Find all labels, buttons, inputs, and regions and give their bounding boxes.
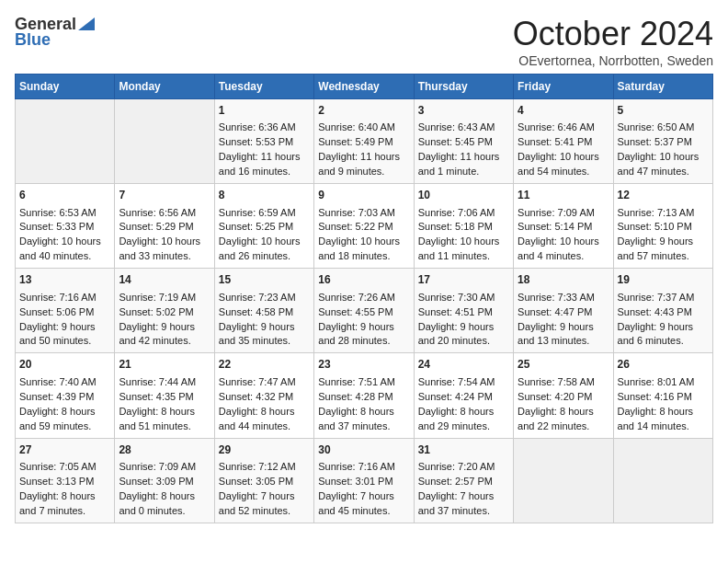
calendar-cell: 30Sunrise: 7:16 AMSunset: 3:01 PMDayligh… (314, 438, 414, 523)
calendar-week-2: 6Sunrise: 6:53 AMSunset: 5:33 PMDaylight… (16, 184, 713, 269)
day-number: 3 (418, 103, 509, 119)
cell-content-line: and 51 minutes. (119, 419, 210, 434)
cell-content-line: Sunset: 4:16 PM (618, 390, 709, 405)
cell-content-line: and 33 minutes. (119, 249, 210, 264)
cell-content-line: Sunrise: 6:43 AM (418, 121, 509, 135)
cell-content-line: Sunset: 5:49 PM (318, 135, 409, 150)
cell-content-line: Sunset: 5:29 PM (119, 220, 210, 235)
calendar-cell: 27Sunrise: 7:05 AMSunset: 3:13 PMDayligh… (16, 438, 115, 523)
day-number: 11 (518, 188, 609, 203)
day-number: 16 (318, 272, 409, 288)
cell-content-line: and 22 minutes. (518, 419, 609, 434)
cell-content-line: Daylight: 10 hours (19, 235, 110, 249)
cell-content-line: Daylight: 9 hours (518, 320, 609, 335)
cell-content-line: Sunrise: 7:30 AM (418, 291, 509, 305)
cell-content-line: Sunset: 4:32 PM (219, 390, 310, 405)
day-number: 7 (119, 188, 210, 203)
cell-content-line: Sunrise: 7:05 AM (19, 460, 110, 475)
calendar-body: 1Sunrise: 6:36 AMSunset: 5:53 PMDaylight… (16, 99, 713, 523)
calendar-cell: 3Sunrise: 6:43 AMSunset: 5:45 PMDaylight… (414, 99, 513, 184)
day-number: 2 (318, 103, 409, 119)
cell-content-line: and 4 minutes. (518, 249, 609, 264)
day-number: 18 (518, 272, 609, 288)
day-number: 24 (418, 357, 509, 373)
cell-content-line: Sunrise: 7:03 AM (318, 206, 409, 221)
cell-content-line: Sunrise: 7:40 AM (19, 375, 110, 390)
cell-content-line: Sunrise: 7:47 AM (219, 375, 310, 390)
cell-content-line: Sunset: 5:37 PM (618, 135, 709, 150)
cell-content-line: Sunrise: 6:50 AM (618, 121, 709, 135)
day-number: 31 (418, 442, 509, 458)
day-number: 13 (19, 272, 110, 288)
calendar-week-4: 20Sunrise: 7:40 AMSunset: 4:39 PMDayligh… (16, 353, 713, 438)
cell-content-line: Sunset: 4:58 PM (219, 305, 310, 320)
calendar-cell: 22Sunrise: 7:47 AMSunset: 4:32 PMDayligh… (214, 353, 313, 438)
cell-content-line: and 40 minutes. (19, 249, 110, 264)
cell-content-line: and 11 minutes. (418, 249, 509, 264)
day-number: 26 (618, 357, 709, 373)
calendar-cell: 1Sunrise: 6:36 AMSunset: 5:53 PMDaylight… (214, 99, 313, 184)
cell-content-line: Sunset: 5:33 PM (19, 220, 110, 235)
cell-content-line: Sunset: 3:09 PM (119, 475, 210, 489)
cell-content-line: Daylight: 9 hours (318, 320, 409, 335)
calendar-table: SundayMondayTuesdayWednesdayThursdayFrid… (15, 74, 713, 523)
logo: General Blue (15, 15, 95, 50)
cell-content-line: and 29 minutes. (418, 419, 509, 434)
cell-content-line: Sunrise: 7:23 AM (219, 291, 310, 305)
cell-content-line: Sunset: 4:51 PM (418, 305, 509, 320)
cell-content-line: and 26 minutes. (219, 249, 310, 264)
day-number: 25 (518, 357, 609, 373)
day-header-saturday: Saturday (613, 75, 712, 99)
cell-content-line: Daylight: 10 hours (518, 235, 609, 249)
cell-content-line: Daylight: 8 hours (19, 405, 110, 419)
day-number: 17 (418, 272, 509, 288)
day-header-tuesday: Tuesday (214, 75, 313, 99)
calendar-cell: 31Sunrise: 7:20 AMSunset: 2:57 PMDayligh… (414, 438, 513, 523)
cell-content-line: and 37 minutes. (318, 419, 409, 434)
day-header-sunday: Sunday (16, 75, 115, 99)
calendar-cell (115, 99, 214, 184)
cell-content-line: Sunset: 4:35 PM (119, 390, 210, 405)
cell-content-line: and 20 minutes. (418, 334, 509, 349)
cell-content-line: Sunset: 5:45 PM (418, 135, 509, 150)
cell-content-line: Daylight: 7 hours (219, 489, 310, 504)
cell-content-line: Sunrise: 6:59 AM (219, 206, 310, 221)
cell-content-line: and 59 minutes. (19, 419, 110, 434)
calendar-cell (16, 99, 115, 184)
cell-content-line: Sunrise: 7:12 AM (219, 460, 310, 475)
cell-content-line: Sunrise: 6:56 AM (119, 206, 210, 221)
cell-content-line: Daylight: 10 hours (219, 235, 310, 249)
cell-content-line: Daylight: 11 hours (318, 150, 409, 165)
cell-content-line: Sunset: 4:47 PM (518, 305, 609, 320)
calendar-cell: 7Sunrise: 6:56 AMSunset: 5:29 PMDaylight… (115, 184, 214, 269)
cell-content-line: and 9 minutes. (318, 165, 409, 179)
day-number: 20 (19, 357, 110, 373)
cell-content-line: and 35 minutes. (219, 334, 310, 349)
calendar-cell: 8Sunrise: 6:59 AMSunset: 5:25 PMDaylight… (214, 184, 313, 269)
cell-content-line: Sunrise: 7:20 AM (418, 460, 509, 475)
cell-content-line: Sunset: 3:05 PM (219, 475, 310, 489)
day-header-monday: Monday (115, 75, 214, 99)
day-number: 23 (318, 357, 409, 373)
day-number: 8 (219, 188, 310, 203)
cell-content-line: and 16 minutes. (219, 165, 310, 179)
day-header-thursday: Thursday (414, 75, 513, 99)
calendar-cell: 28Sunrise: 7:09 AMSunset: 3:09 PMDayligh… (115, 438, 214, 523)
cell-content-line: Daylight: 8 hours (518, 405, 609, 419)
cell-content-line: Sunrise: 6:53 AM (19, 206, 110, 221)
cell-content-line: Sunrise: 7:58 AM (518, 375, 609, 390)
cell-content-line: Sunset: 5:14 PM (518, 220, 609, 235)
day-number: 12 (618, 188, 709, 203)
cell-content-line: and 54 minutes. (518, 165, 609, 179)
calendar-cell: 14Sunrise: 7:19 AMSunset: 5:02 PMDayligh… (115, 269, 214, 353)
day-header-friday: Friday (514, 75, 613, 99)
cell-content-line: Sunrise: 7:09 AM (518, 206, 609, 221)
calendar-cell: 29Sunrise: 7:12 AMSunset: 3:05 PMDayligh… (214, 438, 313, 523)
day-header-wednesday: Wednesday (314, 75, 414, 99)
cell-content-line: Sunset: 4:20 PM (518, 390, 609, 405)
logo-blue: Blue (15, 30, 51, 50)
cell-content-line: Sunset: 4:43 PM (618, 305, 709, 320)
cell-content-line: Daylight: 8 hours (618, 405, 709, 419)
cell-content-line: Daylight: 10 hours (618, 150, 709, 165)
cell-content-line: Sunrise: 7:16 AM (318, 460, 409, 475)
